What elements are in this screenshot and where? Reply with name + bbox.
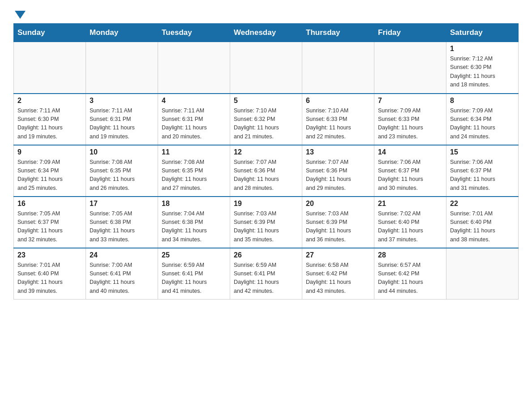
day-number: 9 <box>17 148 82 156</box>
day-number: 17 <box>90 200 154 208</box>
day-number: 27 <box>306 251 370 259</box>
day-number: 16 <box>17 200 82 208</box>
calendar-cell: 3Sunrise: 7:11 AMSunset: 6:31 PMDaylight… <box>86 94 158 145</box>
calendar-cell: 14Sunrise: 7:06 AMSunset: 6:37 PMDayligh… <box>374 145 446 197</box>
day-number: 14 <box>378 148 442 156</box>
day-number: 28 <box>378 251 442 259</box>
calendar-cell: 23Sunrise: 7:01 AMSunset: 6:40 PMDayligh… <box>14 248 86 300</box>
day-info: Sunrise: 6:57 AMSunset: 6:42 PMDaylight:… <box>378 261 442 296</box>
day-number: 21 <box>378 200 442 208</box>
weekday-header-tuesday: Tuesday <box>158 24 230 42</box>
day-number: 7 <box>378 97 442 105</box>
calendar-cell: 26Sunrise: 6:59 AMSunset: 6:41 PMDayligh… <box>230 248 302 300</box>
day-number: 11 <box>162 148 226 156</box>
calendar-cell: 10Sunrise: 7:08 AMSunset: 6:35 PMDayligh… <box>86 145 158 197</box>
day-info: Sunrise: 7:06 AMSunset: 6:37 PMDaylight:… <box>378 158 442 193</box>
day-info: Sunrise: 7:05 AMSunset: 6:37 PMDaylight:… <box>17 210 82 244</box>
day-info: Sunrise: 7:10 AMSunset: 6:32 PMDaylight:… <box>234 107 298 141</box>
day-number: 12 <box>234 148 298 156</box>
calendar-cell <box>446 248 519 300</box>
calendar-cell: 20Sunrise: 7:03 AMSunset: 6:39 PMDayligh… <box>302 197 374 248</box>
calendar-week-row: 9Sunrise: 7:09 AMSunset: 6:34 PMDaylight… <box>14 145 519 197</box>
day-info: Sunrise: 7:05 AMSunset: 6:38 PMDaylight:… <box>90 210 154 244</box>
calendar-cell <box>230 42 302 94</box>
day-info: Sunrise: 7:07 AMSunset: 6:36 PMDaylight:… <box>234 158 298 193</box>
day-number: 19 <box>234 200 298 208</box>
day-info: Sunrise: 7:06 AMSunset: 6:37 PMDaylight:… <box>450 158 515 193</box>
calendar-cell: 5Sunrise: 7:10 AMSunset: 6:32 PMDaylight… <box>230 94 302 145</box>
logo-arrow-icon <box>15 11 26 19</box>
day-number: 2 <box>17 97 82 105</box>
day-info: Sunrise: 7:08 AMSunset: 6:35 PMDaylight:… <box>90 158 154 193</box>
calendar-cell: 19Sunrise: 7:03 AMSunset: 6:39 PMDayligh… <box>230 197 302 248</box>
weekday-header-friday: Friday <box>374 24 446 42</box>
day-info: Sunrise: 7:08 AMSunset: 6:35 PMDaylight:… <box>162 158 226 193</box>
day-number: 23 <box>17 251 82 259</box>
day-info: Sunrise: 7:01 AMSunset: 6:40 PMDaylight:… <box>17 261 82 296</box>
day-info: Sunrise: 7:01 AMSunset: 6:40 PMDaylight:… <box>450 210 515 244</box>
calendar-cell <box>302 42 374 94</box>
day-info: Sunrise: 7:12 AMSunset: 6:30 PMDaylight:… <box>450 55 515 90</box>
day-number: 25 <box>162 251 226 259</box>
weekday-header-thursday: Thursday <box>302 24 374 42</box>
calendar-cell: 11Sunrise: 7:08 AMSunset: 6:35 PMDayligh… <box>158 145 230 197</box>
calendar-cell <box>14 42 86 94</box>
calendar-cell: 6Sunrise: 7:10 AMSunset: 6:33 PMDaylight… <box>302 94 374 145</box>
calendar-cell: 16Sunrise: 7:05 AMSunset: 6:37 PMDayligh… <box>14 197 86 248</box>
calendar-table: SundayMondayTuesdayWednesdayThursdayFrid… <box>13 23 519 300</box>
calendar-week-row: 23Sunrise: 7:01 AMSunset: 6:40 PMDayligh… <box>14 248 519 300</box>
logo <box>13 9 26 19</box>
calendar-cell <box>86 42 158 94</box>
calendar-cell: 18Sunrise: 7:04 AMSunset: 6:38 PMDayligh… <box>158 197 230 248</box>
day-info: Sunrise: 7:09 AMSunset: 6:33 PMDaylight:… <box>378 107 442 141</box>
day-info: Sunrise: 6:59 AMSunset: 6:41 PMDaylight:… <box>234 261 298 296</box>
day-number: 3 <box>90 97 154 105</box>
day-info: Sunrise: 7:00 AMSunset: 6:41 PMDaylight:… <box>90 261 154 296</box>
calendar-cell: 25Sunrise: 6:59 AMSunset: 6:41 PMDayligh… <box>158 248 230 300</box>
day-info: Sunrise: 7:02 AMSunset: 6:40 PMDaylight:… <box>378 210 442 244</box>
day-number: 15 <box>450 148 515 156</box>
calendar-cell: 8Sunrise: 7:09 AMSunset: 6:34 PMDaylight… <box>446 94 519 145</box>
calendar-cell: 24Sunrise: 7:00 AMSunset: 6:41 PMDayligh… <box>86 248 158 300</box>
calendar-cell: 28Sunrise: 6:57 AMSunset: 6:42 PMDayligh… <box>374 248 446 300</box>
calendar-cell: 7Sunrise: 7:09 AMSunset: 6:33 PMDaylight… <box>374 94 446 145</box>
day-number: 22 <box>450 200 515 208</box>
calendar-cell: 27Sunrise: 6:58 AMSunset: 6:42 PMDayligh… <box>302 248 374 300</box>
day-info: Sunrise: 6:58 AMSunset: 6:42 PMDaylight:… <box>306 261 370 296</box>
day-number: 6 <box>306 97 370 105</box>
calendar-cell <box>158 42 230 94</box>
day-info: Sunrise: 7:11 AMSunset: 6:30 PMDaylight:… <box>17 107 82 141</box>
day-info: Sunrise: 7:07 AMSunset: 6:36 PMDaylight:… <box>306 158 370 193</box>
calendar-cell: 21Sunrise: 7:02 AMSunset: 6:40 PMDayligh… <box>374 197 446 248</box>
calendar-cell: 2Sunrise: 7:11 AMSunset: 6:30 PMDaylight… <box>14 94 86 145</box>
day-info: Sunrise: 7:03 AMSunset: 6:39 PMDaylight:… <box>234 210 298 244</box>
day-info: Sunrise: 7:09 AMSunset: 6:34 PMDaylight:… <box>17 158 82 193</box>
weekday-header-sunday: Sunday <box>14 24 86 42</box>
calendar-cell: 9Sunrise: 7:09 AMSunset: 6:34 PMDaylight… <box>14 145 86 197</box>
calendar-cell: 4Sunrise: 7:11 AMSunset: 6:31 PMDaylight… <box>158 94 230 145</box>
calendar-header-row: SundayMondayTuesdayWednesdayThursdayFrid… <box>14 24 519 42</box>
calendar-cell: 12Sunrise: 7:07 AMSunset: 6:36 PMDayligh… <box>230 145 302 197</box>
calendar-cell: 13Sunrise: 7:07 AMSunset: 6:36 PMDayligh… <box>302 145 374 197</box>
day-info: Sunrise: 7:03 AMSunset: 6:39 PMDaylight:… <box>306 210 370 244</box>
calendar-week-row: 1Sunrise: 7:12 AMSunset: 6:30 PMDaylight… <box>14 42 519 94</box>
day-number: 24 <box>90 251 154 259</box>
day-number: 10 <box>90 148 154 156</box>
day-number: 4 <box>162 97 226 105</box>
calendar-cell <box>374 42 446 94</box>
calendar-cell: 1Sunrise: 7:12 AMSunset: 6:30 PMDaylight… <box>446 42 519 94</box>
day-number: 13 <box>306 148 370 156</box>
day-number: 8 <box>450 97 515 105</box>
day-number: 20 <box>306 200 370 208</box>
day-info: Sunrise: 7:09 AMSunset: 6:34 PMDaylight:… <box>450 107 515 141</box>
page-header <box>13 9 519 19</box>
calendar-week-row: 2Sunrise: 7:11 AMSunset: 6:30 PMDaylight… <box>14 94 519 145</box>
calendar-cell: 22Sunrise: 7:01 AMSunset: 6:40 PMDayligh… <box>446 197 519 248</box>
day-number: 5 <box>234 97 298 105</box>
day-info: Sunrise: 7:10 AMSunset: 6:33 PMDaylight:… <box>306 107 370 141</box>
day-info: Sunrise: 6:59 AMSunset: 6:41 PMDaylight:… <box>162 261 226 296</box>
calendar-week-row: 16Sunrise: 7:05 AMSunset: 6:37 PMDayligh… <box>14 197 519 248</box>
day-number: 18 <box>162 200 226 208</box>
day-number: 1 <box>450 45 515 53</box>
day-number: 26 <box>234 251 298 259</box>
